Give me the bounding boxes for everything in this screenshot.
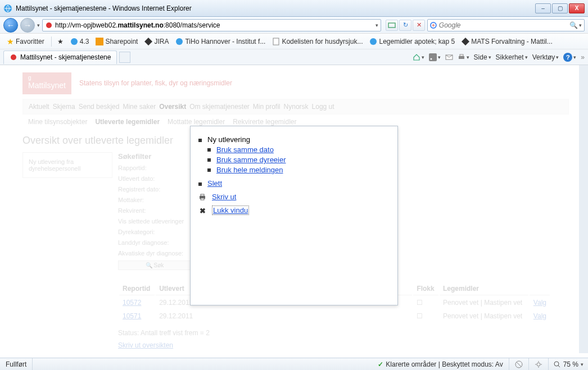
- fav-item-legemidler[interactable]: Legemidler apotek; kap 5: [367, 36, 457, 47]
- command-bar: Side Sikkerhet Verktøy ? »: [413, 53, 585, 62]
- feeds-button[interactable]: [429, 53, 441, 61]
- fav-item-sharepoint[interactable]: Sharepoint: [93, 36, 140, 47]
- search-submit-icon[interactable]: 🔍: [569, 21, 578, 29]
- jira-icon: [144, 38, 152, 45]
- fav-item-43[interactable]: 4.3: [68, 36, 92, 47]
- window-maximize-button[interactable]: ▢: [552, 3, 568, 13]
- help-button[interactable]: ?: [563, 53, 576, 62]
- bullet-icon: [207, 158, 211, 162]
- svg-point-5: [71, 38, 78, 45]
- home-icon: [413, 53, 420, 61]
- page-menu[interactable]: Side: [474, 53, 491, 61]
- svg-point-12: [430, 58, 432, 60]
- globe-icon: [175, 38, 183, 45]
- printer-icon: [458, 53, 465, 61]
- fav-item-tiho[interactable]: TiHo Hannover - Institut f...: [173, 36, 268, 47]
- svg-point-2: [46, 22, 52, 28]
- globe-icon: [70, 38, 78, 45]
- svg-rect-8: [273, 38, 279, 45]
- main-nav: Aktuelt Skjema Send beskjed Mine saker O…: [22, 99, 569, 115]
- bullet-icon: [207, 168, 211, 172]
- svg-rect-18: [201, 198, 204, 200]
- site-logo: gMattilsynet: [22, 72, 71, 94]
- browser-tab[interactable]: Mattilsynet - skjematjenestene: [3, 51, 117, 64]
- zoom-control[interactable]: 75 %▾: [549, 360, 588, 368]
- addon-indicator[interactable]: [529, 358, 549, 370]
- svg-point-9: [370, 38, 377, 45]
- svg-rect-6: [96, 38, 103, 45]
- page-viewport: gMattilsynet Statens tilsyn for planter,…: [0, 65, 588, 353]
- favorites-bar: ★Favoritter ★ 4.3 Sharepoint JIRA TiHo H…: [0, 34, 588, 49]
- star-add-icon: ★: [57, 38, 64, 45]
- svg-point-7: [176, 38, 183, 45]
- fav-addto-button[interactable]: ★: [55, 36, 66, 47]
- gear-icon: [535, 360, 542, 368]
- rss-icon: [429, 53, 437, 61]
- menu-new-delivery-label: Ny utlevering: [207, 135, 390, 144]
- mail-button[interactable]: [445, 53, 453, 61]
- filter-panel: Søkefilter Rapportid: Utlevert dato: Reg…: [118, 152, 197, 270]
- print-button[interactable]: [458, 53, 469, 61]
- svg-point-20: [537, 363, 540, 366]
- menu-same-date[interactable]: Bruk samme dato: [216, 145, 274, 154]
- menu-whole-message[interactable]: Bruk hele meldingen: [216, 166, 283, 174]
- fav-item-mats[interactable]: MATS Forvaltning - Mattil...: [459, 36, 554, 47]
- site-favicon: [45, 21, 53, 29]
- mail-icon: [445, 53, 453, 61]
- magnifier-icon: [553, 360, 561, 368]
- svg-rect-14: [459, 56, 464, 59]
- close-icon: ✖: [198, 207, 206, 215]
- refresh-button[interactable]: ↻: [399, 20, 411, 31]
- menu-close-window[interactable]: Lukk vindu: [212, 205, 249, 215]
- search-box[interactable]: 🔍 ▾: [427, 19, 585, 31]
- svg-rect-3: [388, 23, 395, 28]
- bullet-icon: [198, 139, 202, 142]
- home-button[interactable]: [413, 53, 424, 61]
- browser-statusbar: Fullført ✓Klarerte områder | Beskyttet m…: [0, 358, 588, 370]
- tab-row: Mattilsynet - skjematjenestene Side Sikk…: [0, 49, 588, 65]
- menu-print[interactable]: Skriv ut: [212, 193, 236, 201]
- jira-icon: [462, 38, 469, 45]
- site-favicon: [10, 53, 17, 61]
- svg-point-21: [554, 362, 559, 366]
- blocked-icon: [515, 360, 523, 368]
- svg-rect-17: [201, 194, 204, 196]
- address-bar[interactable]: http://vm-opjbweb02.mattilsynet.no:8080/…: [42, 19, 381, 31]
- menu-delete[interactable]: Slett: [207, 179, 222, 188]
- svg-point-10: [11, 54, 16, 60]
- google-icon: [430, 21, 437, 29]
- menu-same-owner[interactable]: Bruk samme dyreeier: [216, 156, 286, 164]
- compat-view-button[interactable]: [386, 20, 398, 31]
- star-icon: ★: [7, 37, 14, 46]
- new-delivery-box: Ny utlevering fra dyrehelsepersonell: [22, 152, 112, 178]
- forward-button[interactable]: →: [20, 18, 35, 33]
- svg-rect-11: [429, 53, 437, 61]
- window-close-button[interactable]: X: [569, 3, 585, 13]
- popup-blocker-indicator[interactable]: [509, 358, 529, 370]
- tools-menu[interactable]: Verktøy: [532, 53, 559, 61]
- window-minimize-button[interactable]: –: [535, 3, 551, 13]
- checkmark-icon: ✓: [378, 360, 383, 368]
- bullet-icon: [198, 182, 202, 186]
- print-overview-link: Skriv ut oversikten: [118, 341, 173, 349]
- printer-icon: [198, 193, 206, 201]
- ie-icon: [3, 4, 12, 13]
- browser-nav-row: ← → ▾ http://vm-opjbweb02.mattilsynet.no…: [0, 17, 588, 34]
- favorites-button[interactable]: ★Favoritter: [3, 36, 48, 47]
- site-slogan: Statens tilsyn for planter, fisk, dyr og…: [79, 79, 232, 87]
- stop-button[interactable]: ✕: [413, 20, 425, 31]
- help-icon: ?: [563, 53, 572, 62]
- url-text: http://vm-opjbweb02.mattilsynet.no:8080/…: [55, 21, 376, 29]
- context-menu: Ny utlevering Bruk samme dato Bruk samme…: [190, 126, 398, 305]
- globe-icon: [369, 38, 377, 45]
- back-button[interactable]: ←: [3, 18, 18, 33]
- svg-rect-15: [460, 54, 463, 56]
- new-tab-button[interactable]: [119, 52, 130, 63]
- security-menu[interactable]: Sikkerhet: [496, 53, 528, 61]
- search-input[interactable]: [439, 21, 567, 29]
- status-text: Fullført: [0, 358, 33, 370]
- window-titlebar: Mattilsynet - skjematjenestene - Windows…: [0, 0, 588, 17]
- fav-item-jira[interactable]: JIRA: [142, 36, 171, 47]
- window-title: Mattilsynet - skjematjenestene - Windows…: [16, 4, 535, 12]
- fav-item-kodelisten[interactable]: Kodelisten for husdyrsjuk...: [270, 36, 365, 47]
